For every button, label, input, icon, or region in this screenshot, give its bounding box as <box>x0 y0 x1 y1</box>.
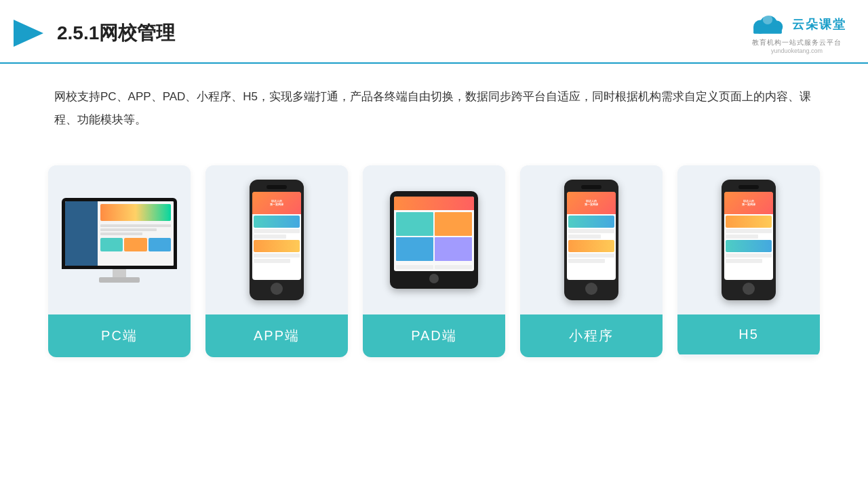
pad-tablet-mockup <box>390 191 478 289</box>
card-pad: PAD端 <box>363 165 505 357</box>
logo-area: 云朵课堂 教育机构一站式服务云平台 yunduoketang.com <box>747 12 846 54</box>
card-pc-label: PC端 <box>48 314 191 357</box>
card-miniprogram-label: 小程序 <box>520 314 663 357</box>
svg-rect-4 <box>753 27 782 34</box>
pad-image-area <box>363 165 505 314</box>
app-image-area: 职达人的第一堂网课 <box>205 165 348 314</box>
description-text: 网校支持PC、APP、PAD、小程序、H5，实现多端打通，产品各终端自由切换，数… <box>0 64 868 145</box>
card-app: 职达人的第一堂网课 APP端 <box>205 165 348 357</box>
cards-container: PC端 职达人的第一堂网课 <box>0 145 868 371</box>
pc-mockup <box>62 198 177 283</box>
header-left: 2.5.1网校管理 <box>14 17 175 49</box>
card-pad-label: PAD端 <box>363 314 505 357</box>
logo-tagline: 教育机构一站式服务云平台 <box>752 38 842 47</box>
pc-image-area <box>48 165 191 314</box>
page-title: 2.5.1网校管理 <box>57 20 175 46</box>
svg-marker-0 <box>14 20 43 47</box>
card-h5-label: H5 <box>677 314 820 354</box>
miniprogram-image-area: 职达人的第一堂网课 <box>520 165 663 314</box>
logo-cloud: 云朵课堂 <box>747 12 846 37</box>
header: 2.5.1网校管理 云朵课堂 教育机构一站式服务云平台 yunduoketang… <box>0 0 868 64</box>
card-app-label: APP端 <box>205 314 348 357</box>
card-pc: PC端 <box>48 165 191 357</box>
cloud-icon <box>747 12 788 37</box>
svg-point-5 <box>763 15 772 24</box>
h5-image-area: 职达人的第一堂网课 <box>677 165 820 314</box>
app-phone-mockup: 职达人的第一堂网课 <box>250 180 304 300</box>
play-icon <box>14 17 46 49</box>
card-miniprogram: 职达人的第一堂网课 小程序 <box>520 165 663 357</box>
logo-text: 云朵课堂 <box>792 16 846 33</box>
miniprogram-phone-mockup: 职达人的第一堂网课 <box>564 180 618 300</box>
description-content: 网校支持PC、APP、PAD、小程序、H5，实现多端打通，产品各终端自由切换，数… <box>54 90 811 126</box>
card-h5: 职达人的第一堂网课 H5 <box>677 165 820 357</box>
h5-phone-mockup: 职达人的第一堂网课 <box>722 180 776 300</box>
logo-url: yunduoketang.com <box>771 47 823 54</box>
